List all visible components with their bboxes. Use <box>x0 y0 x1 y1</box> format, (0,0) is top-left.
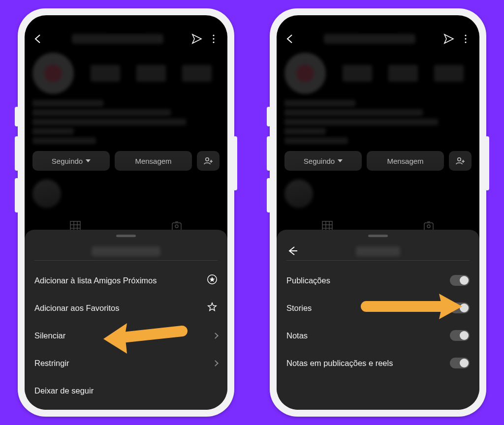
unfollow-label: Deixar de seguir <box>34 386 94 395</box>
stat-blur <box>136 65 166 82</box>
mute-stories-label: Stories <box>286 304 312 313</box>
restrict-item[interactable]: Restringir <box>34 349 218 377</box>
profile-area: Seguindo Mensagem <box>25 48 227 171</box>
action-row: Seguindo Mensagem <box>284 151 472 171</box>
mute-posts-item[interactable]: Publicações <box>286 267 470 294</box>
toggle-posts[interactable] <box>450 275 470 286</box>
chevron-right-icon <box>212 333 219 339</box>
side-button <box>233 136 237 190</box>
mute-notes-posts-reels-label: Notas em publicações e reels <box>286 359 393 368</box>
phone-left: Seguindo Mensagem <box>18 8 234 417</box>
chevron-right-icon <box>212 360 219 366</box>
send-icon[interactable] <box>443 33 455 45</box>
bio-blur <box>32 100 220 144</box>
side-button <box>15 107 19 126</box>
side-button <box>15 178 19 212</box>
sheet-title-blur <box>92 246 160 256</box>
profile-stats <box>335 65 472 82</box>
restrict-label: Restringir <box>34 359 69 368</box>
message-label: Mensagem <box>387 157 423 165</box>
phone-right: Seguindo Mensagem <box>270 8 486 417</box>
message-label: Mensagem <box>135 157 171 165</box>
side-button <box>485 136 489 190</box>
following-label: Seguindo <box>304 157 335 165</box>
side-button <box>15 136 19 171</box>
stat-blur <box>388 65 418 82</box>
mute-stories-item[interactable]: Stories <box>286 294 470 322</box>
stat-blur <box>182 65 212 82</box>
stat-blur <box>343 65 372 82</box>
sheet-title-row <box>286 242 470 261</box>
mute-label: Silenciar <box>34 331 65 340</box>
sheet-handle[interactable] <box>368 235 388 237</box>
avatar[interactable] <box>32 53 74 94</box>
username-blur <box>324 34 415 44</box>
avatar[interactable] <box>284 53 326 94</box>
top-bar <box>25 15 227 48</box>
mute-notes-item[interactable]: Notas <box>286 322 470 349</box>
following-button[interactable]: Seguindo <box>284 151 362 171</box>
unfollow-item[interactable]: Deixar de seguir <box>34 377 218 404</box>
svg-point-9 <box>465 38 466 39</box>
bio-blur <box>284 100 472 144</box>
action-row: Seguindo Mensagem <box>32 151 220 171</box>
mute-notes-label: Notas <box>286 331 308 340</box>
star-circle-icon <box>207 274 218 287</box>
star-outline-icon <box>207 302 218 314</box>
top-bar <box>277 15 479 48</box>
svg-point-14 <box>427 225 430 228</box>
svg-point-6 <box>175 225 178 228</box>
stat-blur <box>434 65 464 82</box>
side-button <box>267 136 271 171</box>
back-icon[interactable] <box>284 33 296 45</box>
side-button <box>267 107 271 126</box>
message-button[interactable]: Mensagem <box>115 151 192 171</box>
highlight-avatar[interactable] <box>284 180 313 208</box>
mute-notes-posts-reels-item[interactable]: Notas em publicações e reels <box>286 349 470 377</box>
sheet-title-row <box>34 242 218 261</box>
following-sheet: Adicionar à lista Amigos Próximos Adicio… <box>25 230 227 410</box>
screen: Seguindo Mensagem <box>277 15 479 410</box>
message-button[interactable]: Mensagem <box>367 151 444 171</box>
sheet-back-icon[interactable] <box>286 245 298 259</box>
following-label: Seguindo <box>52 157 83 165</box>
mute-posts-label: Publicações <box>286 276 330 285</box>
back-icon[interactable] <box>32 33 44 45</box>
send-icon[interactable] <box>191 33 203 45</box>
profile-stats <box>83 65 220 82</box>
add-user-button[interactable] <box>197 151 220 171</box>
svg-point-3 <box>206 158 209 161</box>
following-button[interactable]: Seguindo <box>32 151 110 171</box>
mute-sheet: Publicações Stories Notas Notas em publi… <box>277 230 479 410</box>
favorites-item[interactable]: Adicionar aos Favoritos <box>34 294 218 322</box>
screen: Seguindo Mensagem <box>25 15 227 410</box>
sheet-title-blur <box>356 246 400 256</box>
svg-point-1 <box>213 38 214 39</box>
favorites-label: Adicionar aos Favoritos <box>34 304 119 313</box>
add-user-button[interactable] <box>449 151 472 171</box>
toggle-notes-posts-reels[interactable] <box>450 358 470 368</box>
username-blur <box>72 34 163 44</box>
sheet-handle[interactable] <box>116 235 136 237</box>
close-friends-item[interactable]: Adicionar à lista Amigos Próximos <box>34 267 218 294</box>
more-icon[interactable] <box>460 33 472 45</box>
svg-point-2 <box>213 41 214 43</box>
highlight-avatar[interactable] <box>32 180 61 208</box>
profile-area: Seguindo Mensagem <box>277 48 479 171</box>
side-button <box>267 178 271 212</box>
stat-blur <box>91 65 120 82</box>
mute-item[interactable]: Silenciar <box>34 322 218 349</box>
svg-point-11 <box>458 158 461 161</box>
chevron-down-icon <box>86 159 91 162</box>
toggle-stories[interactable] <box>450 303 470 313</box>
toggle-notes[interactable] <box>450 330 470 341</box>
chevron-down-icon <box>338 159 343 162</box>
svg-point-0 <box>213 34 214 36</box>
svg-point-8 <box>465 34 466 36</box>
svg-point-10 <box>465 41 466 43</box>
more-icon[interactable] <box>208 33 220 45</box>
close-friends-label: Adicionar à lista Amigos Próximos <box>34 276 157 285</box>
